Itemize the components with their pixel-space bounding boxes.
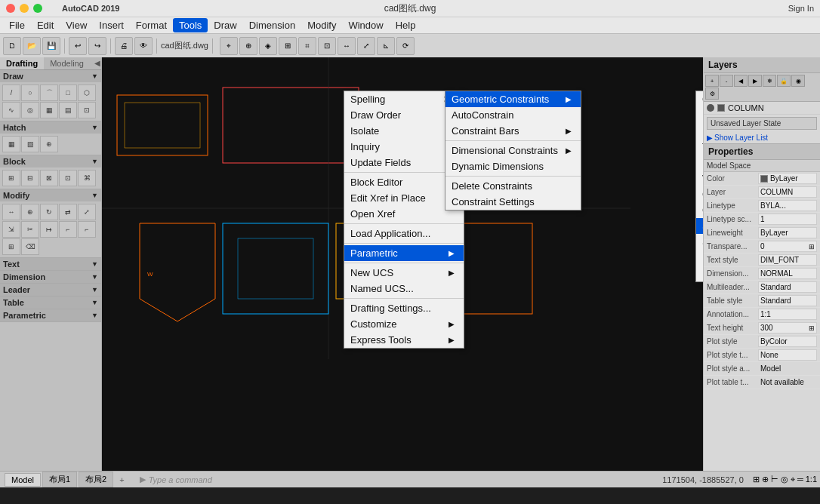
text-height-expand[interactable]: ⊞	[809, 324, 815, 332]
extend-tool[interactable]: ↦	[40, 221, 58, 238]
menu-format[interactable]: Format	[130, 18, 173, 32]
rotate-tool[interactable]: ↻	[40, 204, 58, 220]
section-hatch-header[interactable]: Hatch ▼	[0, 121, 101, 134]
menu-coincident[interactable]: Coincident	[696, 91, 703, 107]
section-text-header[interactable]: Text ▼	[0, 258, 101, 270]
layer-lock-btn[interactable]: 🔒	[777, 75, 791, 87]
canvas-area[interactable]: Top 2D Wireframe W TOP	[102, 57, 703, 471]
ellipse-tool[interactable]: ◎	[21, 102, 39, 118]
menu-autoconstrain[interactable]: AutoConstrain	[445, 107, 581, 123]
prop-text-height-value[interactable]: 300 ⊞	[758, 322, 817, 333]
menu-constraint-bars[interactable]: Constraint Bars ▶	[445, 123, 581, 139]
menu-view[interactable]: View	[60, 18, 93, 32]
gradient-tool[interactable]: ▤	[59, 102, 77, 118]
tb-extra-3[interactable]: ◈	[259, 37, 277, 55]
menu-dimension[interactable]: Dimension	[243, 18, 301, 32]
menu-modify[interactable]: Modify	[301, 18, 342, 32]
hatch-btn-3[interactable]: ⊕	[40, 136, 58, 152]
region-tool[interactable]: ⊡	[78, 102, 96, 118]
layer-del-btn[interactable]: -	[720, 75, 733, 87]
prop-table-style-value[interactable]: Standard	[758, 295, 817, 306]
ortho-icon[interactable]: ⊢	[771, 475, 778, 484]
tb-extra-1[interactable]: ⌖	[220, 37, 238, 55]
menu-parametric[interactable]: Parametric ▶	[344, 245, 464, 261]
minimize-button[interactable]	[20, 4, 29, 13]
prop-multileader-value[interactable]: Standard	[758, 281, 817, 293]
tab-drafting[interactable]: Drafting	[0, 57, 44, 69]
undo-button[interactable]: ↩	[69, 37, 87, 55]
menu-express-tools[interactable]: Express Tools ▶	[344, 332, 464, 348]
spline-tool[interactable]: ∿	[2, 102, 20, 118]
tb-extra-4[interactable]: ⊞	[279, 37, 297, 55]
prop-plot-style-t-value[interactable]: None	[758, 349, 817, 361]
scale-tool[interactable]: ⤢	[78, 204, 96, 220]
layer-add-btn[interactable]: +	[705, 75, 719, 87]
tb-extra-2[interactable]: ⊕	[239, 37, 257, 55]
layer-settings-btn[interactable]: ⚙	[705, 88, 719, 100]
menu-file[interactable]: File	[3, 18, 31, 32]
arc-tool[interactable]: ⌒	[40, 85, 58, 101]
section-table-header[interactable]: Table ▼	[0, 297, 101, 309]
geometric-dropdown[interactable]: Coincident Perpendicular Parallel Tangen…	[695, 91, 703, 282]
layer-next-btn[interactable]: ▶	[748, 75, 762, 87]
show-layer-list[interactable]: ▶ Show Layer List	[704, 132, 820, 143]
tb-extra-6[interactable]: ⊡	[318, 37, 336, 55]
menu-draw[interactable]: Draw	[208, 18, 242, 32]
menu-concentric[interactable]: Concentric	[696, 202, 703, 218]
command-input[interactable]: Type a command	[149, 475, 212, 484]
panel-collapse[interactable]: ◀	[90, 57, 102, 69]
save-button[interactable]: 💾	[42, 37, 60, 55]
new-button[interactable]: 🗋	[3, 37, 21, 55]
section-dimension-header[interactable]: Dimension ▼	[0, 271, 101, 283]
menu-constraint-settings[interactable]: Constraint Settings	[445, 194, 581, 210]
prop-layer-value[interactable]: COLUMN	[758, 186, 817, 198]
menu-load-app[interactable]: Load Application...	[344, 226, 464, 241]
menu-collinear[interactable]: Collinear	[696, 186, 703, 202]
tab-model[interactable]: Model	[5, 473, 41, 487]
erase-tool[interactable]: ⌫	[21, 238, 39, 255]
prop-lineweight-value[interactable]: ByLayer	[758, 227, 817, 238]
preview-button[interactable]: 👁	[134, 37, 153, 55]
menu-equal[interactable]: Equal	[696, 250, 703, 266]
menu-geometric-constraints[interactable]: Geometric Constraints ▶	[445, 91, 581, 107]
menu-insert[interactable]: Insert	[93, 18, 130, 32]
trim-tool[interactable]: ✂	[21, 221, 39, 238]
menu-symmetric[interactable]: Symmetric	[696, 234, 703, 250]
prop-linetype-value[interactable]: BYLA...	[758, 200, 817, 211]
layer-color-btn[interactable]: ◉	[791, 75, 805, 87]
menu-tools[interactable]: Tools	[173, 18, 208, 32]
print-button[interactable]: 🖨	[115, 37, 133, 55]
add-layout-btn[interactable]: +	[115, 474, 128, 486]
prop-dimension-value[interactable]: NORMAL	[758, 268, 817, 279]
tb-extra-10[interactable]: ⟳	[396, 37, 415, 55]
hatch-btn-2[interactable]: ▧	[21, 136, 39, 152]
section-draw-header[interactable]: Draw ▼	[0, 70, 101, 82]
menu-tangent[interactable]: Tangent	[696, 139, 703, 155]
snap-icon[interactable]: ⊕	[762, 475, 769, 484]
parametric-dropdown[interactable]: Geometric Constraints ▶ AutoConstrain Co…	[445, 91, 581, 211]
open-button[interactable]: 📂	[23, 37, 41, 55]
menu-perpendicular[interactable]: Perpendicular	[696, 107, 703, 123]
file-tab[interactable]: cad图纸.dwg	[161, 40, 208, 51]
section-leader-header[interactable]: Leader ▼	[0, 284, 101, 296]
tab-modeling[interactable]: Modeling	[44, 57, 90, 69]
lineweight-icon[interactable]: ═	[797, 475, 803, 484]
tb-extra-9[interactable]: ⊾	[377, 37, 395, 55]
menu-dynamic-dimensions[interactable]: Dynamic Dimensions	[445, 158, 581, 174]
rect-tool[interactable]: □	[59, 85, 77, 101]
circle-tool[interactable]: ○	[21, 85, 39, 101]
tb-extra-8[interactable]: ⤢	[357, 37, 375, 55]
block-btn-1[interactable]: ⊞	[2, 170, 20, 186]
move-tool[interactable]: ↔	[2, 204, 20, 220]
prop-transparency-value[interactable]: 0 ⊞	[758, 241, 817, 252]
close-button[interactable]	[6, 4, 15, 13]
hatch-btn-1[interactable]: ▦	[2, 136, 20, 152]
poly-tool[interactable]: ⬡	[78, 85, 96, 101]
menu-new-ucs[interactable]: New UCS ▶	[344, 265, 464, 281]
block-btn-5[interactable]: ⌘	[78, 170, 96, 186]
menu-edit[interactable]: Edit	[31, 18, 60, 32]
mirror-tool[interactable]: ⇄	[59, 204, 77, 220]
section-modify-header[interactable]: Modify ▼	[0, 189, 101, 201]
block-btn-2[interactable]: ⊟	[21, 170, 39, 186]
tab-layout1[interactable]: 布局1	[42, 472, 77, 487]
